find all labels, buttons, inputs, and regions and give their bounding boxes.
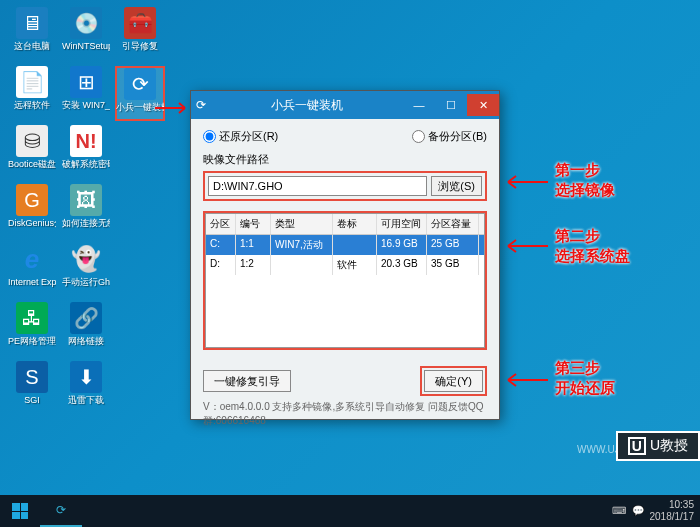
minimize-button[interactable]: —	[403, 94, 435, 116]
browse-button[interactable]: 浏览(S)	[431, 176, 482, 196]
icon-install[interactable]: ⊞安装 WIN7_64...	[61, 66, 111, 121]
icon-bootice[interactable]: ⛁Bootice磁盘工具	[7, 125, 57, 180]
installer-dialog: ⟳ 小兵一键装机 — ☐ ✕ 还原分区(R) 备份分区(B) 映像文件路径 浏览…	[190, 90, 500, 420]
taskbar: ⟳ ⌨ 💬 10:35 2018/1/17	[0, 495, 700, 527]
version-line: V：oem4.0.0.0 支持多种镜像,多系统引导自动修复 问题反馈QQ群:60…	[191, 398, 499, 434]
partition-header: 分区 编号 类型 卷标 可用空间 分区容量	[206, 214, 484, 235]
icon-netlink[interactable]: 🔗网络链接	[61, 302, 111, 357]
backup-radio[interactable]: 备份分区(B)	[412, 129, 487, 144]
repair-boot-button[interactable]: 一键修复引导	[203, 370, 291, 392]
app-icon: ⟳	[191, 98, 211, 112]
tray-action-icon[interactable]: 💬	[632, 505, 644, 517]
image-path-input[interactable]	[208, 176, 427, 196]
icon-this-pc[interactable]: 🖥这台电脑	[7, 7, 57, 62]
desktop-icons: 🖥这台电脑 💿WinNTSetup 🧰引导修复 📄远程软件 ⊞安装 WIN7_6…	[0, 0, 172, 423]
icon-diskgenius[interactable]: GDiskGenius分区工具	[7, 184, 57, 239]
start-button[interactable]	[0, 495, 40, 527]
windows-icon	[12, 503, 28, 519]
clock-time: 10:35	[650, 499, 695, 511]
icon-wifi[interactable]: 🖼如何连接无线网络	[61, 184, 111, 239]
brand-badge: UU教授	[616, 431, 700, 461]
tray-ime-icon[interactable]: ⌨	[612, 505, 626, 517]
image-path-label: 映像文件路径	[203, 152, 487, 167]
window-title: 小兵一键装机	[211, 97, 403, 114]
clock-date: 2018/1/17	[650, 511, 695, 523]
icon-pe-net[interactable]: 🖧PE网络管理器	[7, 302, 57, 357]
icon-boot-repair[interactable]: 🧰引导修复	[115, 7, 165, 62]
step1-label: 第一步选择镜像	[555, 160, 615, 200]
icon-crack-pwd[interactable]: N!破解系统密码	[61, 125, 111, 180]
system-tray[interactable]: ⌨ 💬 10:35 2018/1/17	[612, 499, 701, 523]
restore-radio[interactable]: 还原分区(R)	[203, 129, 278, 144]
image-path-row: 浏览(S)	[203, 171, 487, 201]
task-onekey[interactable]: ⟳	[40, 495, 82, 527]
icon-sgi[interactable]: SSGI	[7, 361, 57, 416]
icon-ghost[interactable]: 👻手动运行Ghost	[61, 243, 111, 298]
maximize-button[interactable]: ☐	[435, 94, 467, 116]
step3-label: 第三步开始还原	[555, 358, 615, 398]
icon-winntsetup[interactable]: 💿WinNTSetup	[61, 7, 111, 62]
ok-button[interactable]: 确定(Y)	[424, 370, 483, 392]
step2-label: 第二步选择系统盘	[555, 226, 630, 266]
icon-ie[interactable]: eInternet Explorer	[7, 243, 57, 298]
arrow-step1	[500, 172, 550, 192]
partition-table-wrap: 分区 编号 类型 卷标 可用空间 分区容量 C: 1:1 WIN7,活动	[203, 211, 487, 350]
icon-remote[interactable]: 📄远程软件	[7, 66, 57, 121]
icon-xunlei[interactable]: ⬇迅雷下载	[61, 361, 111, 416]
partition-row-d[interactable]: D: 1:2 软件 20.3 GB 35 GB	[206, 255, 484, 275]
arrow-step2	[500, 236, 550, 256]
titlebar[interactable]: ⟳ 小兵一键装机 — ☐ ✕	[191, 91, 499, 119]
desktop: 🖥这台电脑 💿WinNTSetup 🧰引导修复 📄远程软件 ⊞安装 WIN7_6…	[0, 0, 700, 495]
launch-arrow	[155, 100, 195, 118]
arrow-step3	[500, 370, 550, 390]
partition-row-c[interactable]: C: 1:1 WIN7,活动 16.9 GB 25 GB	[206, 235, 484, 255]
close-button[interactable]: ✕	[467, 94, 499, 116]
